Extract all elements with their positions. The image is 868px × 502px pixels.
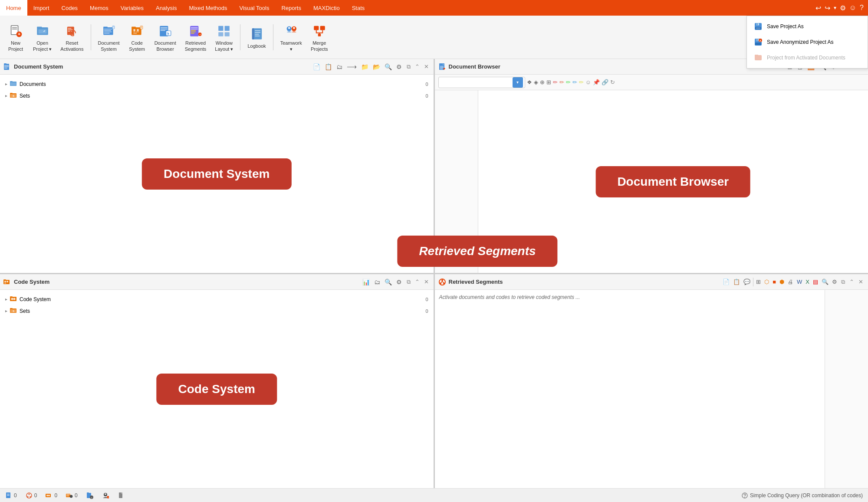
new-project-button[interactable]: + NewProject [3,20,28,53]
ds-icon6[interactable]: 📂 [372,62,381,71]
code-system-label: Code System [20,296,51,302]
svg-rect-75 [755,55,758,56]
ds-icon3[interactable]: 🗂 [335,62,343,71]
rs-pdf-icon[interactable]: ▤ [812,278,819,286]
db-link-icon[interactable]: 🔗 [602,79,608,85]
ds-icon2[interactable]: 📋 [324,62,333,71]
db-smiley-icon[interactable]: ☺ [585,79,591,85]
db-hl-green-icon[interactable]: ✏ [566,79,571,85]
reset-activations-button[interactable]: ResetActivations [57,20,87,53]
open-project-button[interactable]: OpenProject ▾ [30,20,55,53]
cs-close-btn[interactable]: ✕ [423,278,430,285]
db-hl-blue-icon[interactable]: ✏ [572,79,577,85]
svg-rect-88 [4,63,7,65]
merge-projects-button[interactable]: MergeProjects [307,20,332,53]
cs-icon3[interactable]: 🔍 [384,278,393,286]
svg-rect-60 [314,26,319,30]
rs-doc-icon[interactable]: 📄 [722,278,730,286]
window-layout-button[interactable]: WindowLayout ▾ [211,20,237,53]
rs-close-btn[interactable]: ✕ [857,278,865,285]
redo-icon[interactable]: ↪ [825,4,830,12]
documents-tree-item[interactable]: ▸ Documents 0 [0,78,434,90]
code-system-button[interactable]: CodeSystem [125,20,149,53]
rs-network-icon[interactable]: ⬢ [779,278,785,286]
db-hl-yellow-icon[interactable]: ✏ [579,79,584,85]
rs-word-icon[interactable]: W [796,278,803,286]
ds-search-icon[interactable]: 🔍 [384,62,393,71]
menu-mixed-methods[interactable]: Mixed Methods [183,0,233,16]
menu-analysis[interactable]: Analysis [150,0,183,16]
retrieved-segments-button[interactable]: → RetrievedSegments [181,20,210,53]
rs-settings-icon[interactable]: ⚙ [831,278,838,286]
ds-icon4[interactable]: ⟶ [346,62,358,72]
svg-rect-133 [66,494,70,495]
cs-icon1[interactable]: 📊 [362,278,371,286]
menu-variables[interactable]: Variables [115,0,150,16]
settings-icon[interactable]: ⚙ [840,4,846,12]
rs-red-code-icon[interactable]: ■ [772,278,777,286]
svg-rect-42 [191,32,195,33]
menu-memos[interactable]: Memos [84,0,115,16]
menu-import[interactable]: Import [27,0,56,16]
menu-home[interactable]: Home [0,0,27,16]
menu-reports[interactable]: Reports [275,0,307,16]
cs-settings-icon[interactable]: ⚙ [395,278,403,286]
save-anonymized-project-as-item[interactable]: A Save Anonymized Project As [747,34,868,50]
ds-min-btn[interactable]: ⌃ [414,63,421,70]
svg-point-128 [30,496,31,497]
dropdown-icon[interactable]: ▾ [834,5,836,11]
logbook-button[interactable]: Logbook [244,23,269,51]
menu-maxdictio[interactable]: MAXDictio [307,0,346,16]
status-activation-value: 0 [34,492,37,499]
undo-icon[interactable]: ↩ [815,4,821,12]
db-hl-red-icon[interactable]: ✏ [553,79,558,85]
svg-text:S: S [13,310,14,312]
db-memo-icon[interactable]: 📌 [593,79,600,85]
document-browser-button[interactable]: DocumentBrowser [151,20,180,53]
db-refresh-icon[interactable]: ↻ [610,79,615,85]
code-system-tree-item[interactable]: ▸ Code System 0 [0,293,434,305]
ds-icon1[interactable]: 📄 [312,62,321,71]
save-project-as-item[interactable]: Save Project As [747,19,868,34]
ds-restore-btn[interactable]: ⧉ [405,63,412,71]
ds-close-btn[interactable]: ✕ [423,63,430,70]
help-icon[interactable]: ? [860,4,864,12]
rs-table-icon[interactable]: ⊞ [755,278,762,286]
menu-codes[interactable]: Codes [56,0,84,16]
sets-tree-item[interactable]: ▸ S Sets 0 [0,90,434,102]
ds-settings-icon[interactable]: ⚙ [395,62,403,71]
rs-min-btn[interactable]: ⌃ [848,278,855,285]
project-from-activated-item[interactable]: Project from Activated Documents [747,50,868,66]
rs-excel-icon[interactable]: X [805,278,810,286]
document-system-button[interactable]: DocumentSystem [95,20,123,53]
window-layout-icon [215,22,233,39]
smiley-icon[interactable]: ☺ [849,4,856,12]
rs-comment-icon[interactable]: 💬 [743,278,751,286]
db-bold-icon[interactable]: ❖ [527,79,532,85]
rs-print-icon[interactable]: 🖨 [787,278,794,286]
teamwork-button[interactable]: Teamwork▾ [277,20,306,53]
cs-sets-tree-item[interactable]: ▸ S Sets 0 [0,305,434,317]
status-segment-value: 0 [75,492,78,499]
svg-rect-17 [104,32,112,33]
db-italic-icon[interactable]: ◈ [534,79,538,85]
cs-icon2[interactable]: 🗂 [373,278,381,286]
rs-restore-btn[interactable]: ⧉ [840,278,846,286]
cs-restore-btn[interactable]: ⧉ [405,278,412,286]
rs-search-icon[interactable]: 🔍 [821,278,829,286]
svg-rect-47 [225,26,230,31]
db-hl-orange-icon[interactable]: ✏ [559,79,564,85]
db-underline-icon[interactable]: ⊕ [540,79,545,85]
db-table-icon[interactable]: ⊞ [546,79,551,85]
menu-stats[interactable]: Stats [346,0,371,16]
rs-code-icon[interactable]: ⬡ [763,278,770,286]
ds-icon5[interactable]: 📁 [360,62,369,71]
rs-doc2-icon[interactable]: 📋 [732,278,741,286]
cs-min-btn[interactable]: ⌃ [414,278,421,285]
menu-visual-tools[interactable]: Visual Tools [233,0,276,16]
retrieved-segments-right-pane [825,290,868,488]
save-anonymized-label: Save Anonymized Project As [767,39,833,45]
doc-selector-dropdown[interactable]: ▾ [513,77,523,88]
code-system-panel-title: Code System [14,279,359,285]
document-browser-big-label: Document Browser [595,166,750,197]
